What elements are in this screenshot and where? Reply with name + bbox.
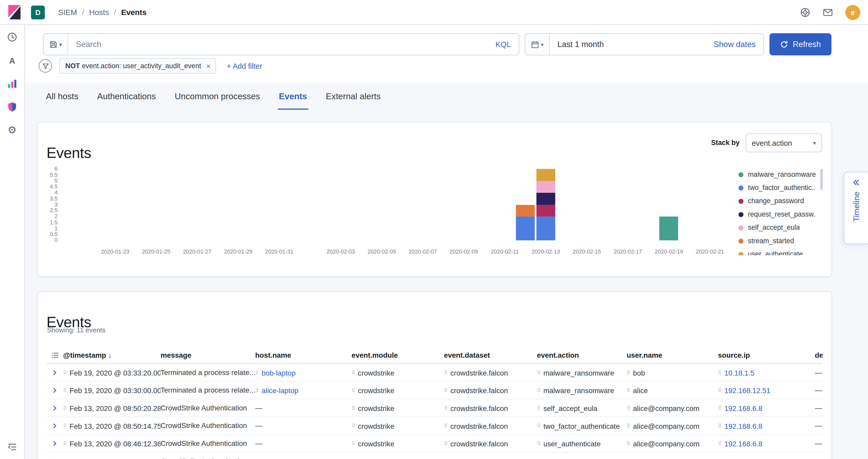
cell-value[interactable]: ⠿alice@company.com — [627, 439, 700, 448]
cell-value[interactable]: ⠿malware_ransomware — [537, 369, 614, 377]
kql-syntax-button[interactable]: KQL — [492, 34, 519, 55]
column-header-user-name[interactable]: user.name — [627, 351, 718, 360]
row-expand-button[interactable] — [46, 439, 63, 447]
saved-query-button[interactable]: ▾ — [44, 34, 68, 55]
row-expand-button[interactable] — [46, 404, 63, 412]
recently-viewed-button[interactable] — [7, 32, 18, 43]
legend-item[interactable]: request_reset_passw... — [739, 210, 816, 219]
row-expand-button[interactable] — [46, 387, 63, 394]
breadcrumb-hosts[interactable]: Hosts — [89, 8, 109, 17]
sidebar-item-space[interactable]: A — [7, 55, 18, 66]
cell-value[interactable]: ⠿alice-laptop — [255, 387, 299, 395]
filter-pill[interactable]: NOT event.action: user_activity_audit_ev… — [59, 58, 216, 74]
legend-item[interactable]: change_password — [739, 197, 816, 206]
cell-value[interactable]: ⠿crowdstrike.falcon — [444, 387, 508, 395]
sidebar-item-management[interactable]: ⚙ — [7, 125, 18, 136]
cell-value[interactable]: ⠿two_factor_authenticate — [537, 422, 620, 430]
customize-columns-button[interactable] — [46, 351, 63, 360]
bar-segment[interactable] — [659, 217, 678, 240]
cell-value[interactable]: Terminated a process relate... — [160, 368, 255, 376]
kibana-logo-icon[interactable] — [8, 5, 21, 20]
cell-value[interactable]: ⠿192.168.6.8 — [718, 457, 762, 459]
show-dates-button[interactable]: Show dates — [710, 34, 764, 55]
cell-value[interactable]: ⠿bob — [627, 369, 645, 377]
collapse-nav-button[interactable] — [7, 441, 18, 453]
bar-segment[interactable] — [516, 217, 535, 240]
stack-by-select[interactable]: event.action ▾ — [746, 133, 822, 152]
cell-value[interactable]: ⠿crowdstrike — [351, 369, 395, 377]
column-header-event-module[interactable]: event.module — [351, 351, 444, 360]
tab-uncommon-processes[interactable]: Uncommon processes — [174, 91, 261, 110]
cell-value[interactable]: ⠿crowdstrike.falcon — [444, 369, 508, 377]
column-header-source-ip[interactable]: source.ip — [718, 351, 815, 360]
column-header-destination-ip[interactable]: destination.ip — [815, 351, 823, 360]
column-header-event-action[interactable]: event.action — [537, 351, 627, 360]
legend-item[interactable]: user_authenticate — [739, 250, 816, 255]
cell-link[interactable]: alice-laptop — [262, 387, 299, 395]
cell-value[interactable]: ⠿Feb 19, 2020 @ 03:33:20.000 — [63, 369, 160, 377]
cell-value[interactable]: ⠿malware_ransomware — [537, 387, 614, 395]
cell-value[interactable]: ⠿Feb 19, 2020 @ 03:30:00.000 — [63, 387, 160, 395]
cell-value[interactable]: ⠿alice — [627, 387, 648, 395]
cell-value[interactable]: ⠿Feb 13, 2020 @ 08:45:20.236 — [63, 457, 160, 459]
column-header-host-name[interactable]: host.name — [255, 351, 351, 360]
newsfeed-button[interactable] — [823, 7, 833, 18]
cell-value[interactable]: ⠿192.168.6.8 — [718, 439, 762, 448]
cell-link[interactable]: bob-laptop — [262, 369, 296, 377]
cell-link[interactable]: 10.18.1.5 — [724, 369, 754, 377]
cell-link[interactable]: 192.168.6.8 — [724, 422, 762, 430]
bar-segment[interactable] — [536, 193, 555, 205]
cell-value[interactable]: ⠿Feb 13, 2020 @ 08:46:12.362 — [63, 439, 160, 448]
cell-link[interactable]: 192.168.6.8 — [724, 404, 762, 412]
column-header-timestamp[interactable]: @timestamp ↓ — [63, 351, 160, 360]
cell-value[interactable]: ⠿alice@company.com — [627, 404, 700, 412]
remove-filter-button[interactable]: × — [204, 62, 212, 70]
cell-value[interactable]: ⠿192.168.6.8 — [718, 404, 762, 412]
cell-value[interactable]: ⠿crowdstrike.falcon — [444, 457, 508, 459]
cell-link[interactable]: 192.168.6.8 — [724, 439, 762, 448]
cell-value[interactable]: CrowdStrike Authentication — [160, 439, 247, 447]
cell-link[interactable]: 192.168.6.8 — [724, 457, 762, 459]
tab-all-hosts[interactable]: All hosts — [45, 91, 80, 110]
cell-value[interactable]: ⠿crowdstrike.falcon — [444, 439, 508, 448]
legend-item[interactable]: stream_started — [739, 237, 816, 245]
cell-value[interactable]: ⠿crowdstrike — [351, 457, 395, 459]
add-filter-button[interactable]: + Add filter — [223, 61, 266, 70]
filter-options-button[interactable] — [39, 59, 52, 72]
quick-select-date-button[interactable]: ▾ — [525, 34, 550, 55]
cell-value[interactable]: CrowdStrike Authentication — [160, 422, 247, 430]
cell-value[interactable]: ⠿self_accept_eula — [537, 404, 597, 412]
cell-value[interactable]: ⠿192.168.6.8 — [718, 422, 762, 430]
search-input[interactable] — [68, 34, 492, 55]
cell-value[interactable]: ⠿crowdstrike — [351, 439, 395, 448]
legend-item[interactable]: self_accept_eula — [739, 223, 816, 232]
cell-value[interactable]: ⠿10.18.1.5 — [718, 369, 754, 377]
help-button[interactable] — [800, 7, 810, 18]
cell-value[interactable]: ⠿crowdstrike — [351, 404, 395, 412]
cell-value[interactable]: ⠿alice@company.com — [627, 457, 700, 459]
tab-events[interactable]: Events — [278, 91, 308, 110]
cell-value[interactable]: ⠿change_password — [537, 457, 602, 459]
row-expand-button[interactable] — [46, 422, 63, 430]
cell-value[interactable]: ⠿user_authenticate — [537, 439, 601, 448]
breadcrumb-siem[interactable]: SIEM — [58, 8, 77, 17]
cell-value[interactable]: ⠿crowdstrike.falcon — [444, 404, 508, 412]
legend-item[interactable]: two_factor_authentic... — [739, 183, 816, 192]
legend-item[interactable]: malware_ransomware — [739, 170, 816, 179]
bar-segment[interactable] — [516, 205, 535, 217]
cell-value[interactable]: ⠿crowdstrike.falcon — [444, 422, 508, 430]
cell-value[interactable]: CrowdStrike Authentication — [160, 457, 247, 459]
row-expand-button[interactable] — [46, 457, 63, 459]
bar-segment[interactable] — [536, 169, 555, 181]
bar-segment[interactable] — [536, 217, 555, 240]
legend-scrollbar[interactable] — [820, 169, 823, 190]
bar-segment[interactable] — [536, 205, 555, 217]
sidebar-item-siem[interactable] — [7, 101, 18, 113]
tab-authentications[interactable]: Authentications — [96, 91, 157, 110]
cell-value[interactable]: ⠿crowdstrike — [351, 422, 395, 430]
row-expand-button[interactable] — [46, 369, 63, 376]
tab-external-alerts[interactable]: External alerts — [325, 91, 382, 110]
column-header-message[interactable]: message — [160, 351, 255, 360]
cell-value[interactable]: Terminated a process relate... — [160, 386, 255, 394]
user-avatar[interactable]: e — [845, 5, 860, 20]
